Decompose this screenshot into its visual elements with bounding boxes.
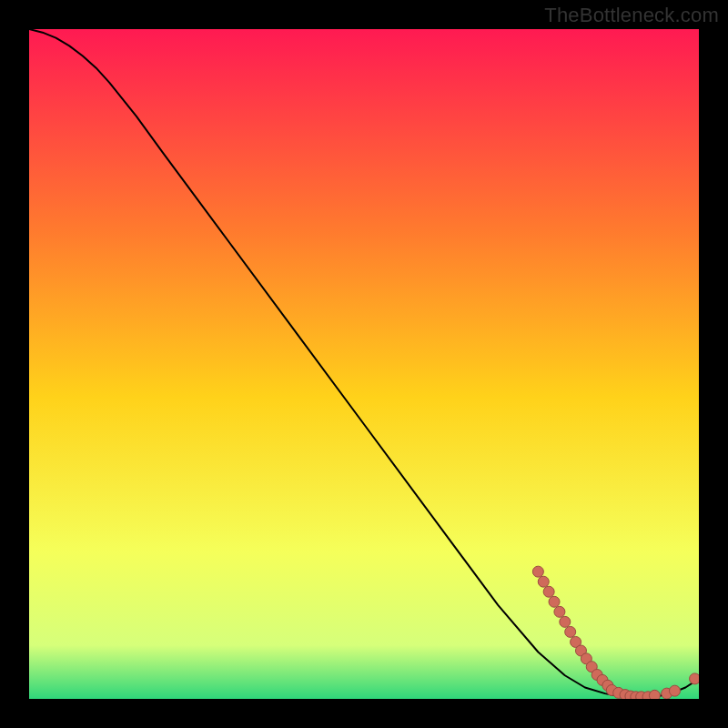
data-marker bbox=[690, 673, 699, 684]
data-marker bbox=[549, 596, 560, 607]
data-marker bbox=[554, 606, 565, 617]
data-marker bbox=[560, 616, 571, 627]
data-marker bbox=[532, 566, 543, 577]
gradient-background bbox=[29, 29, 699, 699]
chart-svg bbox=[29, 29, 699, 699]
data-marker bbox=[649, 690, 660, 699]
plot-area bbox=[29, 29, 699, 699]
watermark-text: TheBottleneck.com bbox=[544, 4, 719, 27]
data-marker bbox=[543, 586, 554, 597]
chart-stage: TheBottleneck.com bbox=[0, 0, 728, 728]
data-marker bbox=[565, 626, 576, 637]
data-marker bbox=[538, 576, 549, 587]
data-marker bbox=[670, 685, 681, 696]
